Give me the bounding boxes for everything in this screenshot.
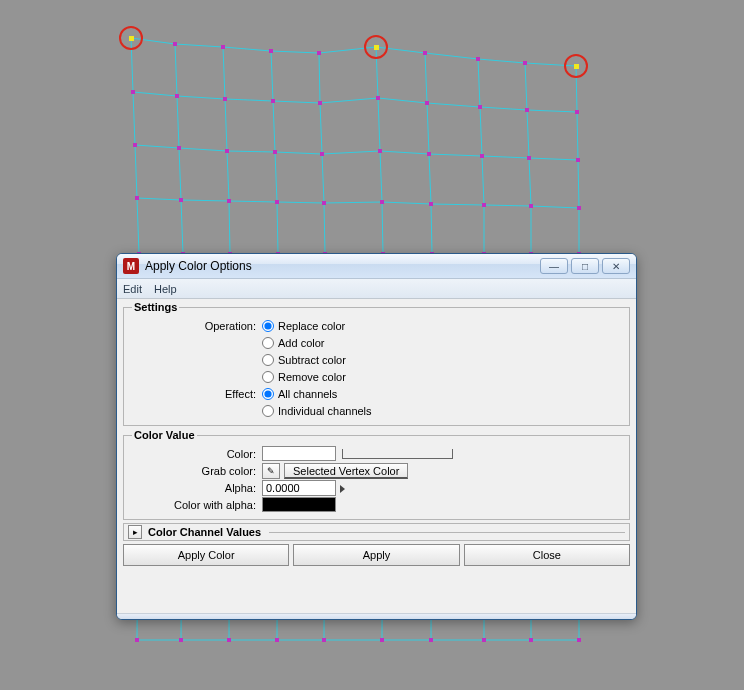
svg-rect-155 bbox=[179, 638, 183, 642]
svg-rect-114 bbox=[131, 90, 135, 94]
operation-remove-label: Remove color bbox=[278, 371, 346, 383]
svg-line-84 bbox=[425, 53, 427, 103]
svg-line-76 bbox=[322, 154, 324, 203]
svg-rect-160 bbox=[429, 638, 433, 642]
effect-all-label: All channels bbox=[278, 388, 337, 400]
svg-line-62 bbox=[181, 200, 183, 254]
svg-line-32 bbox=[382, 202, 431, 204]
svg-rect-105 bbox=[173, 42, 177, 46]
menu-help[interactable]: Help bbox=[154, 283, 177, 295]
menu-edit[interactable]: Edit bbox=[123, 283, 142, 295]
svg-rect-137 bbox=[275, 200, 279, 204]
svg-rect-107 bbox=[269, 49, 273, 53]
apply-color-options-dialog: M Apply Color Options — □ ✕ Edit Help Se… bbox=[116, 253, 637, 620]
color-slider[interactable] bbox=[342, 449, 452, 459]
svg-rect-116 bbox=[223, 97, 227, 101]
svg-line-15 bbox=[427, 103, 480, 107]
svg-line-35 bbox=[531, 206, 579, 208]
svg-rect-127 bbox=[273, 150, 277, 154]
svg-line-70 bbox=[273, 101, 275, 152]
svg-line-16 bbox=[480, 107, 527, 110]
operation-add-label: Add color bbox=[278, 337, 324, 349]
alpha-slider[interactable] bbox=[340, 483, 348, 493]
svg-rect-126 bbox=[225, 149, 229, 153]
svg-line-5 bbox=[376, 47, 425, 53]
svg-line-57 bbox=[137, 198, 139, 254]
effect-label: Effect: bbox=[132, 388, 262, 400]
close-window-button[interactable]: ✕ bbox=[602, 258, 630, 274]
svg-rect-132 bbox=[527, 156, 531, 160]
svg-rect-112 bbox=[523, 61, 527, 65]
close-button[interactable]: Close bbox=[464, 544, 630, 566]
svg-line-10 bbox=[177, 96, 225, 99]
eyedropper-icon: ✎ bbox=[267, 466, 275, 476]
eyedropper-button[interactable]: ✎ bbox=[262, 463, 280, 479]
svg-line-4 bbox=[319, 47, 376, 53]
color-channel-values-label: Color Channel Values bbox=[148, 526, 261, 538]
apply-color-button[interactable]: Apply Color bbox=[123, 544, 289, 566]
svg-rect-165 bbox=[374, 45, 379, 50]
operation-label: Operation: bbox=[132, 320, 262, 332]
expand-channels-button[interactable]: ▸ bbox=[128, 525, 142, 539]
minimize-button[interactable]: — bbox=[540, 258, 568, 274]
svg-line-26 bbox=[529, 158, 578, 160]
svg-rect-125 bbox=[177, 146, 181, 150]
svg-line-31 bbox=[324, 202, 382, 203]
color-swatch[interactable] bbox=[262, 446, 336, 461]
svg-line-75 bbox=[320, 103, 322, 154]
svg-line-34 bbox=[484, 205, 531, 206]
svg-rect-164 bbox=[129, 36, 134, 41]
color-label: Color: bbox=[132, 448, 262, 460]
svg-line-27 bbox=[137, 198, 181, 200]
svg-line-0 bbox=[131, 38, 175, 44]
svg-rect-110 bbox=[423, 51, 427, 55]
operation-add-radio[interactable] bbox=[262, 337, 274, 349]
svg-rect-122 bbox=[525, 108, 529, 112]
effect-all-radio[interactable] bbox=[262, 388, 274, 400]
svg-rect-124 bbox=[133, 143, 137, 147]
svg-rect-118 bbox=[318, 101, 322, 105]
svg-line-3 bbox=[271, 51, 319, 53]
svg-line-28 bbox=[181, 200, 229, 201]
svg-line-67 bbox=[229, 201, 230, 254]
svg-line-56 bbox=[135, 145, 137, 198]
svg-rect-120 bbox=[425, 101, 429, 105]
color-channel-values-section: ▸ Color Channel Values bbox=[123, 523, 630, 541]
svg-line-7 bbox=[478, 59, 525, 63]
svg-line-11 bbox=[225, 99, 273, 101]
svg-line-91 bbox=[482, 156, 484, 205]
svg-rect-121 bbox=[478, 105, 482, 109]
svg-line-1 bbox=[175, 44, 223, 47]
color-value-legend: Color Value bbox=[132, 429, 197, 441]
operation-remove-radio[interactable] bbox=[262, 371, 274, 383]
maximize-button[interactable]: □ bbox=[571, 258, 599, 274]
svg-line-90 bbox=[480, 107, 482, 156]
operation-replace-radio[interactable] bbox=[262, 320, 274, 332]
color-with-alpha-swatch[interactable] bbox=[262, 497, 336, 512]
apply-button[interactable]: Apply bbox=[293, 544, 459, 566]
svg-line-13 bbox=[320, 98, 378, 103]
selected-vertex-color-button[interactable]: Selected Vertex Color bbox=[284, 463, 408, 479]
svg-rect-134 bbox=[135, 196, 139, 200]
svg-line-94 bbox=[525, 63, 527, 110]
svg-line-60 bbox=[177, 96, 179, 148]
svg-line-74 bbox=[319, 53, 320, 103]
svg-rect-156 bbox=[227, 638, 231, 642]
svg-line-14 bbox=[378, 98, 427, 103]
titlebar[interactable]: M Apply Color Options — □ ✕ bbox=[117, 254, 636, 279]
svg-line-59 bbox=[175, 44, 177, 96]
svg-rect-159 bbox=[380, 638, 384, 642]
svg-rect-154 bbox=[135, 638, 139, 642]
svg-line-80 bbox=[378, 98, 380, 151]
operation-subtract-radio[interactable] bbox=[262, 354, 274, 366]
effect-individual-radio[interactable] bbox=[262, 405, 274, 417]
svg-rect-141 bbox=[482, 203, 486, 207]
chevron-right-icon: ▸ bbox=[133, 527, 138, 537]
svg-line-72 bbox=[277, 202, 278, 254]
alpha-input[interactable]: 0.0000 bbox=[262, 480, 336, 496]
svg-rect-128 bbox=[320, 152, 324, 156]
svg-rect-163 bbox=[577, 638, 581, 642]
svg-line-89 bbox=[478, 59, 480, 107]
svg-line-64 bbox=[223, 47, 225, 99]
app-icon: M bbox=[123, 258, 139, 274]
